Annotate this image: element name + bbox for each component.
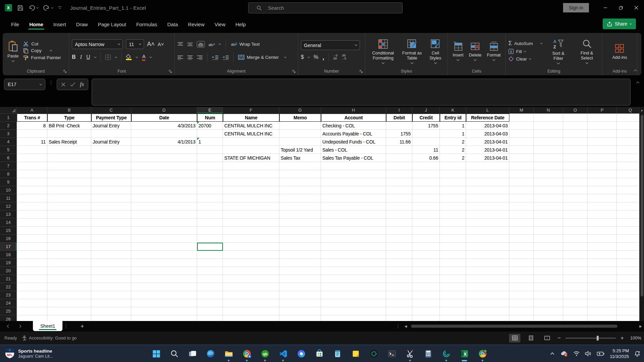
cell-E22[interactable] (197, 283, 223, 291)
cell-I24[interactable] (386, 299, 412, 307)
number-dialog-launcher-icon[interactable] (359, 70, 363, 73)
cell-H10[interactable] (321, 186, 386, 194)
alignment-dialog-launcher-icon[interactable] (292, 70, 296, 73)
taskbar-icon-task-view[interactable] (183, 345, 201, 362)
column-header-I[interactable]: I (386, 107, 412, 114)
cell-J18[interactable] (412, 251, 440, 259)
delete-cells-button[interactable]: Delete (467, 40, 484, 62)
cell-E8[interactable] (197, 170, 223, 178)
cell-J20[interactable] (412, 267, 440, 275)
cell-H26[interactable] (321, 315, 386, 321)
cell-L14[interactable] (466, 218, 509, 227)
cell-I6[interactable] (386, 154, 412, 162)
cell-D1[interactable]: Date (131, 114, 197, 122)
cell-B21[interactable] (47, 275, 91, 283)
onedrive-error-icon[interactable] (560, 351, 568, 357)
row-header-5[interactable]: 5 (0, 146, 17, 154)
taskbar-icon-copilot[interactable] (292, 345, 310, 362)
align-right-icon[interactable] (197, 55, 203, 60)
cell-I3[interactable]: 1755 (386, 130, 412, 138)
search-box[interactable]: Search (248, 2, 403, 13)
cell-J13[interactable] (412, 210, 440, 218)
cell-F16[interactable] (223, 235, 279, 243)
taskbar-icon-file-explorer[interactable] (220, 345, 238, 362)
cell-I16[interactable] (386, 235, 412, 243)
cell-P2[interactable] (588, 122, 617, 130)
cell-H5[interactable]: Sales - COL (321, 146, 386, 154)
clear-button[interactable]: Clear (508, 56, 542, 62)
cell-D5[interactable] (131, 146, 197, 154)
cell-J12[interactable] (412, 202, 440, 210)
column-header-K[interactable]: K (440, 107, 466, 114)
cell-M1[interactable] (509, 114, 534, 122)
cell-P13[interactable] (588, 210, 617, 218)
taskbar-icon-chrome-profile-a[interactable]: A (238, 345, 256, 362)
cell-O10[interactable] (563, 186, 588, 194)
tab-draw[interactable]: Draw (71, 18, 93, 30)
row-header-24[interactable]: 24 (0, 299, 17, 307)
cell-D26[interactable] (131, 315, 197, 321)
cell-P3[interactable] (588, 130, 617, 138)
cell-P5[interactable] (588, 146, 617, 154)
cell-E4[interactable]: 1 (197, 138, 223, 146)
cell-D21[interactable] (131, 275, 197, 283)
next-sheet-icon[interactable] (18, 324, 21, 328)
cell-C16[interactable] (91, 235, 131, 243)
cell-A10[interactable] (17, 186, 47, 194)
cell-A25[interactable] (17, 307, 47, 315)
customize-quick-access-toolbar-icon[interactable] (58, 6, 61, 9)
column-header-H[interactable]: H (321, 107, 386, 114)
cell-H23[interactable] (321, 291, 386, 299)
cell-M5[interactable] (509, 146, 534, 154)
cell-I9[interactable] (386, 178, 412, 186)
taskbar-icon-edge[interactable] (201, 345, 220, 362)
cell-E18[interactable] (197, 251, 223, 259)
row-header-17[interactable]: 17 (0, 243, 17, 251)
cell-I20[interactable] (386, 267, 412, 275)
cell-B20[interactable] (47, 267, 91, 275)
cell-O16[interactable] (563, 235, 588, 243)
cell-A1[interactable]: Trans # (17, 114, 47, 122)
cell-C15[interactable] (91, 227, 131, 235)
cell-B5[interactable] (47, 146, 91, 154)
cell-F8[interactable] (223, 170, 279, 178)
cell-B22[interactable] (47, 283, 91, 291)
cell-G12[interactable] (279, 202, 321, 210)
cell-M18[interactable] (509, 251, 534, 259)
cell-F5[interactable] (223, 146, 279, 154)
tab-formulas[interactable]: Formulas (131, 18, 163, 30)
row-header-3[interactable]: 3 (0, 130, 17, 138)
cell-K26[interactable] (440, 315, 466, 321)
cell-K11[interactable] (440, 194, 466, 202)
borders-icon[interactable] (105, 54, 111, 60)
column-header-G[interactable]: G (279, 107, 321, 114)
cell-G24[interactable] (279, 299, 321, 307)
cell-O26[interactable] (563, 315, 588, 321)
cell-J17[interactable] (412, 243, 440, 251)
cell-B25[interactable] (47, 307, 91, 315)
cell-O17[interactable] (563, 243, 588, 251)
cell-M12[interactable] (509, 202, 534, 210)
cell-O24[interactable] (563, 299, 588, 307)
cell-M23[interactable] (509, 291, 534, 299)
cell-P23[interactable] (588, 291, 617, 299)
zoom-out-button[interactable]: − (557, 335, 561, 341)
cell-E6[interactable] (197, 154, 223, 162)
cancel-icon[interactable] (61, 82, 65, 87)
horizontal-scrollbar[interactable] (411, 324, 635, 328)
cell-F22[interactable] (223, 283, 279, 291)
cell-P12[interactable] (588, 202, 617, 210)
cell-C21[interactable] (91, 275, 131, 283)
cell-C2[interactable]: Journal Entry (91, 122, 131, 130)
cell-L2[interactable]: 2013-04-03 (466, 122, 509, 130)
cell-P25[interactable] (588, 307, 617, 315)
cell-N14[interactable] (534, 218, 563, 227)
horizontal-scroll-thumb[interactable] (411, 325, 617, 328)
cell-P24[interactable] (588, 299, 617, 307)
align-center-icon[interactable] (187, 55, 193, 60)
tab-help[interactable]: Help (230, 18, 251, 30)
cell-K13[interactable] (440, 210, 466, 218)
cell-E20[interactable] (197, 267, 223, 275)
cell-C10[interactable] (91, 186, 131, 194)
cell-E24[interactable] (197, 299, 223, 307)
